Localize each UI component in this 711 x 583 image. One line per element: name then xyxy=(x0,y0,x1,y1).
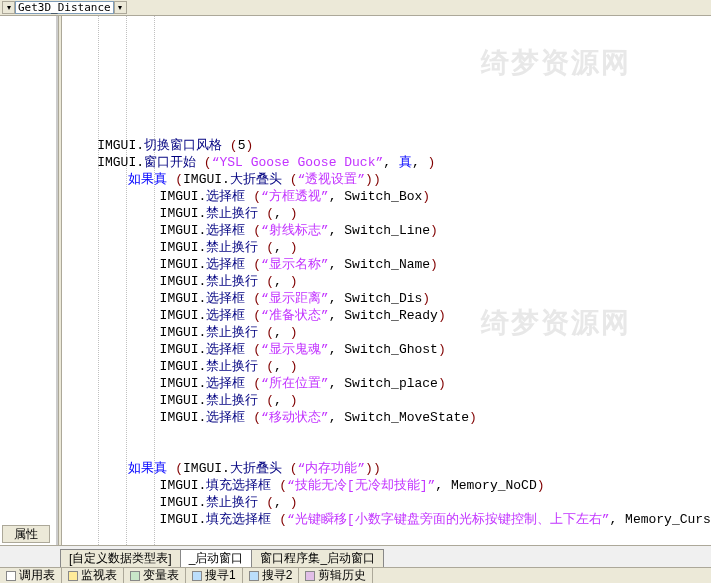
tab-startup-window[interactable]: _启动窗口 xyxy=(180,549,253,567)
properties-button[interactable]: 属性 xyxy=(2,525,50,543)
dropdown-arrow-icon[interactable]: ▾ xyxy=(114,1,127,14)
title-bar: ▾ Get3D_Distance ▾ xyxy=(0,0,711,16)
vars-icon xyxy=(130,571,140,581)
bottom-tab-search1[interactable]: 搜寻1 xyxy=(186,567,243,583)
member-dropdown[interactable]: Get3D_Distance xyxy=(15,1,114,14)
table-icon xyxy=(6,571,16,581)
editor-tab-row: [自定义数据类型表] _启动窗口 窗口程序集_启动窗口 xyxy=(0,545,711,567)
dropdown-arrow-icon[interactable]: ▾ xyxy=(2,1,15,14)
bottom-tab-watch[interactable]: 监视表 xyxy=(62,567,124,583)
clip-icon xyxy=(305,571,315,581)
tab-window-assembly[interactable]: 窗口程序集_启动窗口 xyxy=(251,549,384,567)
bottom-tab-search2[interactable]: 搜寻2 xyxy=(243,567,300,583)
bottom-tab-vars[interactable]: 变量表 xyxy=(124,567,186,583)
watermark: 绮梦资源网 xyxy=(481,56,631,73)
search-icon xyxy=(249,571,259,581)
bottom-tab-calls[interactable]: 调用表 xyxy=(0,567,62,583)
bottom-tab-cliphist[interactable]: 剪辑历史 xyxy=(299,567,373,583)
bottom-tab-bar: 调用表 监视表 变量表 搜寻1 搜寻2 剪辑历史 xyxy=(0,567,711,583)
tab-custom-types[interactable]: [自定义数据类型表] xyxy=(60,549,181,567)
search-icon xyxy=(192,571,202,581)
line-gutter xyxy=(0,16,58,545)
code-editor[interactable]: 绮梦资源网 绮梦资源网 IMGUI.切换窗口风格 (5) IMGUI.窗口开始 … xyxy=(62,16,711,545)
eye-icon xyxy=(68,571,78,581)
